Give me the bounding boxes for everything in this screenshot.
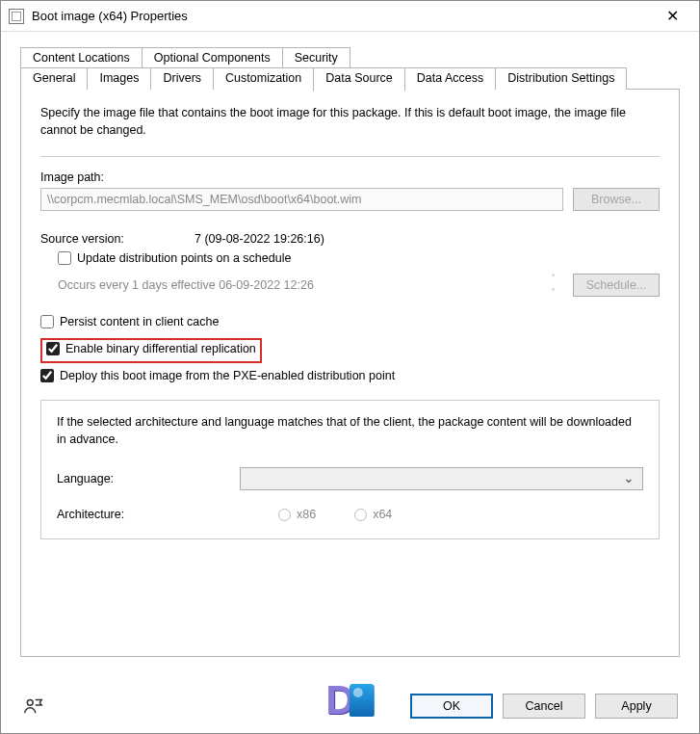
tab-distribution-settings[interactable]: Distribution Settings: [495, 67, 627, 90]
pxe-checkbox[interactable]: [40, 369, 54, 382]
tab-data-source[interactable]: Data Source: [313, 67, 404, 92]
schedule-text: Occurs every 1 days effective 06-09-2022…: [58, 278, 541, 292]
radio-icon: [278, 509, 291, 521]
browse-button: Browse...: [573, 188, 660, 211]
architecture-row: Architecture: x86 x64: [57, 508, 643, 521]
tab-drivers[interactable]: Drivers: [150, 67, 214, 90]
update-dp-checkbox[interactable]: [58, 251, 71, 265]
image-path-label: Image path:: [40, 170, 660, 184]
feedback-icon[interactable]: [22, 695, 43, 720]
window-title: Boot image (x64) Properties: [32, 9, 653, 23]
schedule-button: Schedule...: [573, 274, 660, 297]
bdr-checkbox-row[interactable]: Enable binary differential replication: [46, 342, 256, 355]
logo-letter-p: [350, 684, 375, 717]
schedule-detail-row: Occurs every 1 days effective 06-09-2022…: [58, 273, 660, 298]
arch-x64-label: x64: [373, 508, 392, 521]
radio-icon: [354, 509, 367, 521]
architecture-label: Architecture:: [57, 508, 240, 521]
source-version-value: 7 (09-08-2022 19:26:16): [194, 232, 324, 246]
language-select[interactable]: [240, 467, 643, 490]
tab-row-bottom: General Images Drivers Customization Dat…: [20, 67, 680, 90]
source-version-label: Source version:: [40, 232, 194, 246]
tab-security[interactable]: Security: [282, 47, 350, 68]
bdr-checkbox[interactable]: [46, 342, 60, 355]
pxe-label: Deploy this boot image from the PXE-enab…: [60, 369, 395, 382]
chevron-up-icon: ˄: [551, 273, 556, 283]
advance-download-group: If the selected architecture and languag…: [40, 400, 660, 539]
persist-label: Persist content in client cache: [60, 315, 219, 328]
group-text: If the selected architecture and languag…: [57, 414, 643, 448]
source-version-row: Source version: 7 (09-08-2022 19:26:16): [40, 232, 660, 246]
apply-button[interactable]: Apply: [595, 694, 678, 719]
ok-button[interactable]: OK: [410, 694, 493, 719]
tab-panel-data-source: Specify the image file that contains the…: [20, 89, 680, 657]
arch-x86-label: x86: [297, 508, 316, 521]
update-dp-label: Update distribution points on a schedule: [77, 251, 291, 265]
pxe-checkbox-row[interactable]: Deploy this boot image from the PXE-enab…: [40, 369, 395, 382]
tab-images[interactable]: Images: [87, 67, 151, 90]
schedule-group: Update distribution points on a schedule…: [58, 251, 660, 298]
titlebar: Boot image (x64) Properties ✕: [1, 1, 699, 32]
close-button[interactable]: ✕: [653, 1, 691, 32]
image-path-row: Browse...: [40, 188, 660, 211]
tab-row-top: Content Locations Optional Components Se…: [20, 47, 680, 68]
schedule-spinner: ˄ ˅: [551, 273, 556, 298]
arch-x64-radio: x64: [354, 508, 392, 521]
watermark-logo: D: [325, 677, 374, 723]
tab-customization[interactable]: Customization: [213, 67, 314, 90]
tab-strip: Content Locations Optional Components Se…: [20, 47, 680, 657]
svg-point-0: [27, 699, 33, 705]
persist-checkbox[interactable]: [40, 315, 54, 328]
intro-text: Specify the image file that contains the…: [40, 105, 660, 139]
chevron-down-icon: ˅: [551, 287, 556, 298]
cancel-button[interactable]: Cancel: [503, 694, 585, 719]
tab-content-locations[interactable]: Content Locations: [20, 47, 143, 68]
tab-optional-components[interactable]: Optional Components: [142, 47, 283, 68]
language-row: Language:: [57, 467, 643, 490]
dialog-content: Content Locations Optional Components Se…: [1, 32, 699, 667]
language-label: Language:: [57, 472, 240, 485]
divider: [40, 156, 660, 157]
update-dp-checkbox-row[interactable]: Update distribution points on a schedule: [58, 251, 291, 265]
tab-general[interactable]: General: [20, 67, 88, 90]
bdr-label: Enable binary differential replication: [65, 342, 256, 355]
image-path-input: [40, 188, 563, 211]
arch-x86-radio: x86: [278, 508, 316, 521]
window-system-icon: [9, 9, 24, 24]
tab-data-access[interactable]: Data Access: [404, 67, 496, 90]
persist-checkbox-row[interactable]: Persist content in client cache: [40, 315, 219, 328]
highlight-bdr: Enable binary differential replication: [40, 338, 262, 363]
